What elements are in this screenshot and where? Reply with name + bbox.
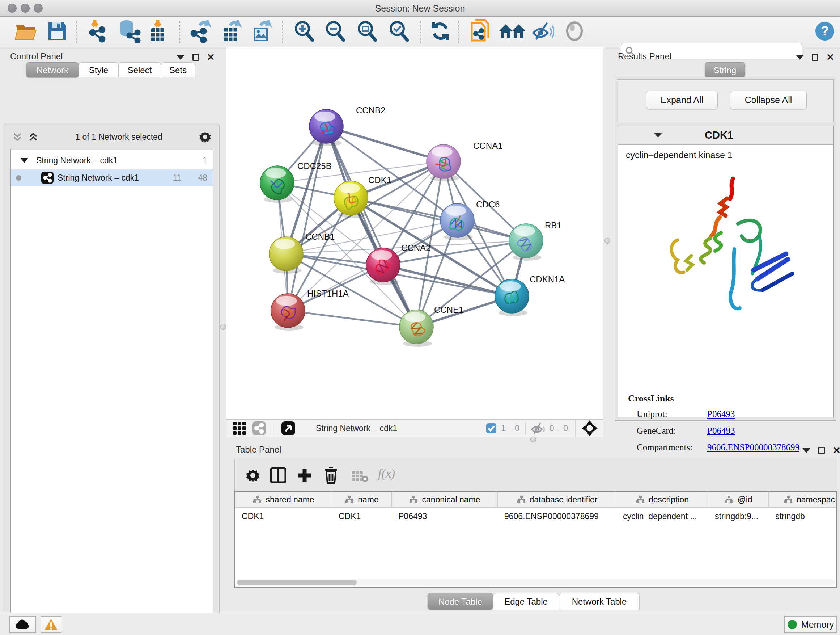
expand-all-icon[interactable] <box>28 131 39 142</box>
node-HIST1H1A[interactable]: HIST1H1A <box>271 288 349 331</box>
network-row[interactable]: String Network – cdk1 11 48 <box>11 169 213 186</box>
table-cell[interactable]: CDK1 <box>235 508 332 524</box>
table-gear-icon[interactable] <box>246 468 260 483</box>
table-cell[interactable]: cyclin–dependent ... <box>616 508 708 524</box>
export-table-icon[interactable] <box>221 19 244 44</box>
toolbar-separator <box>282 21 283 43</box>
node-table[interactable]: shared namenamecanonical namedatabase id… <box>234 491 837 588</box>
expand-all-button[interactable]: Expand All <box>646 90 718 109</box>
hide-panel-eye-icon[interactable] <box>531 21 554 43</box>
tab-string[interactable]: String <box>705 62 745 78</box>
zoom-fit-icon[interactable] <box>356 20 378 44</box>
refresh-icon[interactable] <box>430 21 451 43</box>
column-header--id[interactable]: @id <box>708 492 769 508</box>
hidden-eye-icon[interactable] <box>531 422 546 434</box>
gene-section-header[interactable]: CDK1 <box>618 126 834 145</box>
node-CCNB1[interactable]: CCNB1 <box>269 232 335 274</box>
results-panel-close-icon[interactable]: ✕ <box>826 54 834 61</box>
right-splitter-handle[interactable] <box>605 238 610 244</box>
control-panel: Control Panel ✕ NetworkStyleSelectSets 1… <box>0 47 223 613</box>
table-hscrollbar[interactable] <box>236 579 835 586</box>
collection-expander-icon[interactable] <box>20 158 28 163</box>
birds-eye-crosshair-icon[interactable] <box>581 420 598 437</box>
results-panel-menu-icon[interactable] <box>796 55 804 60</box>
edge-CCNB2-CCNA1[interactable] <box>326 126 444 162</box>
node-RB1[interactable]: RB1 <box>509 220 562 261</box>
import-table-icon[interactable] <box>147 19 169 44</box>
save-session-icon[interactable] <box>47 21 67 43</box>
crosslink-value-link[interactable]: P06493 <box>707 409 735 419</box>
zoom-selected-icon[interactable] <box>388 20 410 44</box>
collapse-all-button[interactable]: Collapse All <box>730 90 807 109</box>
table-cell[interactable]: stringdb <box>769 508 837 524</box>
gear-icon[interactable] <box>199 131 211 143</box>
node-CDC6[interactable]: CDC6 <box>440 200 500 241</box>
table-cell[interactable]: stringdb:9... <box>708 508 769 524</box>
warning-button[interactable] <box>41 616 62 633</box>
memory-button[interactable]: Memory <box>784 616 837 633</box>
control-panel-float-icon[interactable] <box>193 54 199 61</box>
selected-checkbox-icon[interactable] <box>486 423 497 434</box>
network-collection-row[interactable]: String Network – cdk1 1 <box>11 152 213 169</box>
open-session-icon[interactable] <box>14 21 38 43</box>
node-CCNA1[interactable]: CCNA1 <box>426 141 502 181</box>
crosslink-row: Uniprot:P06493 <box>637 409 825 419</box>
export-image-icon[interactable] <box>251 19 274 44</box>
grid-view-icon[interactable] <box>232 421 247 435</box>
show-columns-icon[interactable] <box>270 467 286 483</box>
node-label-RB1: RB1 <box>545 220 562 230</box>
left-splitter-handle[interactable] <box>220 324 226 330</box>
column-header-name[interactable]: name <box>332 492 392 508</box>
detach-view-icon[interactable] <box>281 421 295 435</box>
control-panel-menu-icon[interactable] <box>177 55 185 60</box>
tab-edge-table[interactable]: Edge Table <box>493 593 559 610</box>
node-CDC25B[interactable]: CDC25B <box>260 161 332 203</box>
share-document-icon[interactable] <box>470 19 492 44</box>
column-header-canonical-name[interactable]: canonical name <box>392 492 498 508</box>
table-panel-close-icon[interactable]: ✕ <box>833 447 840 454</box>
network-canvas[interactable]: CCNB2CCNA1CDC25BCDK1CDC6RB1CCNB1CCNA2CDK… <box>226 47 603 419</box>
network-view-toolbar: String Network – cdk1 1 – 0 0 – 0 <box>226 419 603 437</box>
node-label-CCNB1: CCNB1 <box>305 232 335 241</box>
table-row[interactable]: CDK1CDK1P064939606.ENSP00000378699cyclin… <box>235 508 837 524</box>
table-panel-menu-icon[interactable] <box>802 448 810 453</box>
gene-expander-icon[interactable] <box>654 133 662 138</box>
table-hscroll-thumb[interactable] <box>237 580 357 585</box>
tab-sets[interactable]: Sets <box>161 62 195 78</box>
cloud-button[interactable] <box>9 616 36 633</box>
help-icon[interactable]: ? <box>815 21 835 43</box>
export-network-icon[interactable] <box>189 19 213 44</box>
table-cell[interactable]: P06493 <box>392 508 498 524</box>
edge-CDK1-RB1[interactable] <box>351 198 526 241</box>
import-network-database-icon[interactable] <box>115 19 142 44</box>
results-panel-float-icon[interactable] <box>812 54 818 61</box>
zoom-in-icon[interactable] <box>293 20 316 44</box>
table-header-row: shared namenamecanonical namedatabase id… <box>235 492 837 508</box>
edge-HIST1H1A-CCNE1[interactable] <box>288 310 416 327</box>
delete-column-icon[interactable] <box>324 467 338 484</box>
table-panel-float-icon[interactable] <box>818 447 825 454</box>
crosslink-value-link[interactable]: P06493 <box>707 426 735 436</box>
network-share-view-icon[interactable] <box>252 421 266 435</box>
tab-style[interactable]: Style <box>79 62 118 78</box>
column-type-icon <box>724 495 734 504</box>
import-network-file-icon[interactable] <box>88 19 110 44</box>
column-header-shared-name[interactable]: shared name <box>235 492 332 508</box>
column-header-namespac[interactable]: namespac <box>769 492 837 508</box>
tab-network[interactable]: Network <box>26 62 79 78</box>
node-CDKN1A[interactable]: CDKN1A <box>495 274 565 316</box>
tab-network-table[interactable]: Network Table <box>559 593 639 610</box>
home-pages-icon[interactable] <box>499 21 526 42</box>
column-header-database-identifier[interactable]: database identifier <box>498 492 616 508</box>
add-column-icon[interactable] <box>297 468 312 483</box>
table-cell[interactable]: CDK1 <box>332 508 392 524</box>
edge-CCNB2-HIST1H1A[interactable] <box>288 126 326 310</box>
tab-node-table[interactable]: Node Table <box>428 593 493 610</box>
table-cell[interactable]: 9606.ENSP00000378699 <box>498 508 616 524</box>
column-header-description[interactable]: description <box>616 492 708 508</box>
zoom-out-icon[interactable] <box>324 20 347 44</box>
collapse-all-icon[interactable] <box>12 131 23 142</box>
function-builder-icon: f(x) <box>378 467 395 480</box>
tab-select[interactable]: Select <box>118 62 161 78</box>
control-panel-close-icon[interactable]: ✕ <box>207 54 215 61</box>
